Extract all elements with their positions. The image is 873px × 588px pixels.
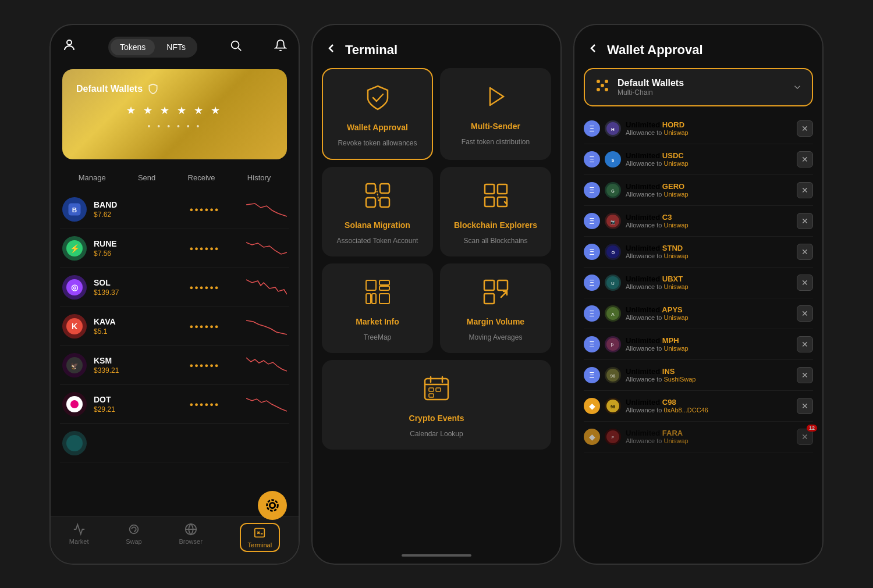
allowance-amount: Unlimited USDC (626, 151, 792, 160)
token-logo-dot (62, 392, 87, 416)
svg-text:🏳: 🏳 (611, 343, 615, 348)
list-item[interactable]: 🦅 KSM $339.21 ●●●●●● (60, 346, 289, 385)
token-icon-c98: 98 (605, 398, 621, 414)
allowance-info-c3: Unlimited C3 Allowance to Uniswap (626, 213, 792, 229)
action-history[interactable]: History (247, 173, 271, 182)
revoke-button[interactable]: ✕ (797, 120, 813, 137)
list-item[interactable]: ⚡ RUNE $7.56 ●●●●●● (60, 229, 289, 268)
svg-line-2 (238, 48, 241, 51)
token-logo-rune: ⚡ (62, 236, 87, 261)
revoke-button[interactable]: ✕ (797, 244, 813, 260)
svg-point-17 (267, 500, 278, 511)
action-send[interactable]: Send (138, 173, 155, 182)
sparkline (246, 316, 287, 336)
terminal-card-blockchain[interactable]: Blockchain Explorers Scan all Blockchain… (440, 167, 551, 256)
token-price: $5.1 (94, 327, 163, 336)
list-item[interactable] (60, 424, 289, 463)
action-manage[interactable]: Manage (79, 173, 106, 182)
card-title: Blockchain Explorers (454, 220, 537, 230)
screen3-title: Wallet Approval (607, 42, 703, 58)
screen1-header: Tokens NFTs (51, 25, 299, 63)
list-item[interactable]: K KAVA $5.1 ●●●●●● (60, 307, 289, 346)
sparkline (246, 199, 287, 219)
token-logo-sol: ◎ (62, 275, 87, 300)
svg-rect-36 (372, 294, 376, 304)
terminal-card-wallet-approval[interactable]: Wallet Approval Revoke token allowances (322, 68, 433, 160)
allowance-amount: Unlimited UBXT (626, 275, 792, 283)
revoke-button[interactable]: ✕ (797, 305, 813, 322)
back-button[interactable] (586, 41, 600, 59)
allowance-list: Ξ H Unlimited HORD Allowance to Uniswap … (574, 113, 822, 561)
nav-market[interactable]: Market (69, 523, 89, 552)
svg-text:📷: 📷 (611, 219, 616, 224)
token-icon-fara: F (605, 429, 621, 445)
svg-rect-37 (379, 280, 389, 285)
wallet-card[interactable]: Default Wallets ★ ★ ★ ★ ★ ★ • • • • • • (62, 69, 287, 159)
revoke-button[interactable]: ✕ (797, 151, 813, 168)
svg-point-52 (597, 88, 600, 91)
terminal-card-margin[interactable]: Margin Volume Moving Averages (440, 263, 551, 353)
token-logo-band: B (62, 197, 87, 222)
chevron-down-icon (792, 82, 803, 92)
allowance-item-gero: Ξ G Unlimited GERO Allowance to Uniswap … (584, 175, 813, 206)
card-subtitle: Scan all Blockchains (463, 237, 527, 245)
list-item[interactable]: DOT $29.21 ●●●●●● (60, 385, 289, 424)
allowance-info-apys: Unlimited APYS Allowance to Uniswap (626, 305, 792, 321)
revoke-button[interactable]: ✕ (797, 275, 813, 291)
svg-point-54 (601, 84, 604, 87)
wallet-selector[interactable]: Default Wallets Multi-Chain (584, 68, 813, 106)
allowance-amount: Unlimited FARA (626, 429, 792, 437)
tab-nfts[interactable]: NFTs (157, 39, 195, 55)
tab-tokens[interactable]: Tokens (111, 39, 155, 55)
token-price: $7.62 (94, 211, 163, 219)
nav-swap[interactable]: Swap (126, 523, 142, 552)
sparkline (246, 355, 287, 375)
token-price: $139.37 (94, 288, 163, 297)
revoke-button[interactable]: ✕ (797, 182, 813, 198)
list-item[interactable]: ◎ SOL $139.37 ●●●●●● (60, 268, 289, 307)
nav-terminal[interactable]: Terminal (240, 523, 281, 552)
svg-rect-48 (436, 388, 441, 391)
sparkline (246, 394, 287, 414)
svg-text:⚡: ⚡ (70, 244, 80, 254)
terminal-card-crypto-events[interactable]: Crypto Events Calendar Lookup (322, 360, 551, 450)
terminal-card-multi-sender[interactable]: Multi-Sender Fast token distribution (440, 68, 551, 160)
token-icon-hord: H (605, 120, 621, 137)
market-icon (363, 277, 392, 310)
revoke-button[interactable]: ✕ (797, 367, 813, 383)
svg-text:F: F (612, 436, 614, 440)
svg-point-16 (269, 503, 275, 508)
card-title: Solana Migration (345, 220, 410, 230)
allowance-info-ubxt: Unlimited UBXT Allowance to Uniswap (626, 275, 792, 290)
terminal-card-solana[interactable]: Solana Migration Associated Token Accoun… (322, 167, 433, 256)
revoke-button[interactable]: ✕ 12 (797, 429, 813, 445)
search-icon[interactable] (229, 39, 242, 55)
notification-icon[interactable] (274, 39, 287, 55)
wallet-sub: Multi-Chain (618, 88, 785, 97)
svg-rect-35 (366, 294, 371, 304)
fab-button[interactable] (258, 491, 287, 520)
token-info-dot: DOT $29.21 (94, 395, 163, 414)
shield-check-icon (363, 83, 392, 116)
list-item[interactable]: B BAND $7.62 ●●●●●● (60, 190, 289, 229)
allowance-to: Allowance to Uniswap (626, 314, 792, 321)
nav-browser[interactable]: Browser (179, 523, 202, 552)
revoke-button[interactable]: ✕ (797, 336, 813, 352)
token-icon-c3: 📷 (605, 213, 621, 229)
token-icon-ubxt: U (605, 275, 621, 291)
allowance-to: Allowance to Uniswap (626, 160, 792, 167)
action-receive[interactable]: Receive (188, 173, 215, 182)
card-subtitle: TreeMap (364, 333, 392, 341)
profile-icon[interactable] (62, 38, 76, 55)
svg-rect-47 (429, 388, 434, 391)
token-dots: ●●●●●● (170, 284, 239, 291)
allowance-item-mph: Ξ 🏳 Unlimited MPH Allowance to Uniswap ✕ (584, 329, 813, 360)
revoke-button[interactable]: ✕ (797, 213, 813, 229)
screen2-header: Terminal (313, 25, 560, 68)
token-logo-extra (62, 431, 87, 455)
back-button[interactable] (324, 41, 338, 59)
eth-chain-icon: Ξ (584, 275, 600, 291)
revoke-button[interactable]: ✕ (797, 398, 813, 414)
terminal-card-market[interactable]: Market Info TreeMap (322, 263, 433, 353)
wallet-actions: Manage Send Receive History (51, 165, 299, 190)
